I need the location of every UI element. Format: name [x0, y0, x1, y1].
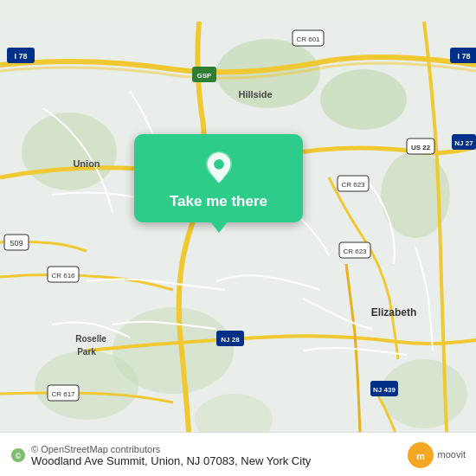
- take-me-there-button[interactable]: Take me there: [134, 134, 303, 222]
- svg-text:GSP: GSP: [197, 72, 213, 80]
- svg-text:NJ 439: NJ 439: [373, 386, 396, 394]
- svg-text:I 78: I 78: [14, 52, 27, 61]
- svg-text:NJ 27: NJ 27: [454, 139, 473, 147]
- svg-text:US 22: US 22: [411, 144, 431, 151]
- svg-point-2: [320, 69, 407, 130]
- svg-text:CR 623: CR 623: [343, 248, 367, 255]
- map-container: I 78 I 78 GSP US 22 US 22 NJ 27 CR 623 C…: [0, 0, 476, 476]
- svg-text:CR 601: CR 601: [296, 35, 320, 43]
- callout-label: Take me there: [170, 193, 267, 210]
- moovit-text: moovit: [438, 449, 466, 460]
- moovit-icon: m: [407, 441, 434, 469]
- svg-point-43: [214, 159, 224, 170]
- svg-point-4: [22, 113, 117, 190]
- osm-logo: ©: [10, 447, 26, 463]
- location-pin-icon: [201, 150, 237, 186]
- bottom-left-section: © © OpenStreetMap contributors Woodland …: [10, 444, 311, 467]
- svg-text:Hillside: Hillside: [238, 89, 272, 100]
- svg-text:CR 616: CR 616: [51, 272, 75, 280]
- svg-text:509: 509: [10, 239, 23, 248]
- svg-text:©: ©: [16, 452, 22, 460]
- svg-text:Elizabeth: Elizabeth: [371, 306, 417, 318]
- moovit-logo: m moovit: [407, 441, 466, 469]
- svg-text:I 78: I 78: [457, 52, 470, 61]
- address-text: Woodland Ave Summit, Union, NJ 07083, Ne…: [31, 454, 311, 467]
- svg-text:Union: Union: [73, 158, 100, 169]
- bottom-text-block: © OpenStreetMap contributors Woodland Av…: [31, 444, 311, 467]
- svg-text:NJ 28: NJ 28: [221, 336, 240, 344]
- svg-text:CR 623: CR 623: [341, 181, 365, 189]
- svg-text:CR 617: CR 617: [51, 390, 75, 398]
- svg-text:m: m: [416, 451, 425, 461]
- svg-text:Roselle: Roselle: [75, 334, 106, 344]
- svg-text:Park: Park: [77, 347, 96, 357]
- bottom-bar: © © OpenStreetMap contributors Woodland …: [0, 432, 476, 476]
- attribution-text: © OpenStreetMap contributors: [31, 444, 311, 454]
